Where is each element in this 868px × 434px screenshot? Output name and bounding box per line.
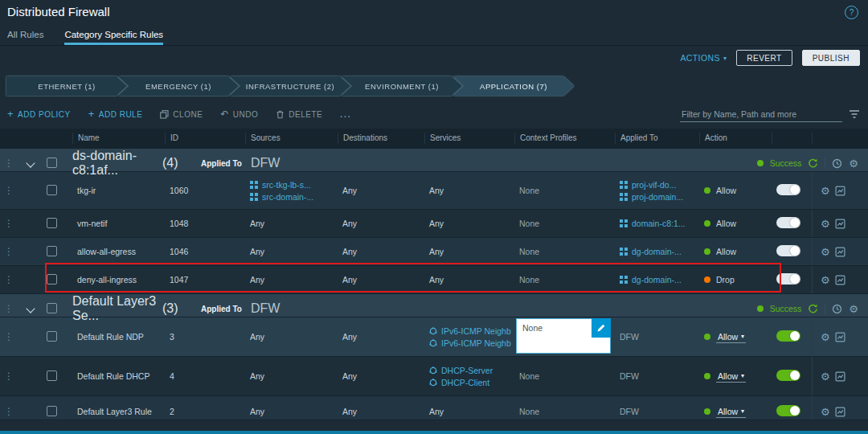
clone-button[interactable]: CLONE	[160, 110, 203, 119]
service-link[interactable]: DHCP-Server	[441, 366, 493, 375]
gear-icon[interactable]: ⚙	[821, 186, 830, 196]
row-menu-icon[interactable]: ⋮	[0, 246, 18, 257]
applied-link[interactable]: proj-vif-do...	[632, 180, 676, 190]
actions-dropdown[interactable]: ACTIONS ▾	[680, 53, 727, 63]
applied-link[interactable]: proj-domain...	[632, 192, 683, 202]
category-tab-environment[interactable]: ENVIRONMENT (1)	[342, 76, 462, 96]
action-dropdown[interactable]: Allow ▾	[716, 331, 746, 343]
row-menu-icon[interactable]: ⋮	[0, 303, 18, 314]
row-checkbox[interactable]	[47, 185, 57, 195]
tab-all-rules[interactable]: All Rules	[7, 30, 43, 45]
rule-toggle[interactable]	[776, 217, 800, 228]
row-menu-icon[interactable]: ⋮	[0, 218, 18, 229]
graph-icon[interactable]	[835, 219, 845, 229]
help-icon[interactable]: ?	[845, 6, 858, 19]
row-menu-icon[interactable]: ⋮	[0, 158, 18, 169]
column-header-context-profiles[interactable]: Context Profiles	[514, 133, 615, 144]
refresh-icon[interactable]	[808, 304, 818, 314]
source-link[interactable]: src-tkg-lb-s...	[262, 180, 311, 190]
gear-icon[interactable]: ⚙	[849, 304, 858, 314]
add-policy-button[interactable]: + ADD POLICY	[7, 110, 71, 119]
add-rule-button[interactable]: + ADD RULE	[88, 110, 143, 119]
column-header-id[interactable]: ID	[165, 133, 245, 144]
applied-link[interactable]: domain-c8:1...	[632, 219, 686, 228]
rule-row[interactable]: ⋮ tkg-ir 1060 src-tkg-lb-s... src-domain…	[0, 172, 868, 210]
publish-button[interactable]: PUBLISH	[802, 50, 860, 66]
source-link[interactable]: src-domain-...	[262, 192, 313, 202]
gear-icon[interactable]: ⚙	[849, 158, 858, 169]
rule-toggle[interactable]	[776, 370, 800, 381]
rule-toggle[interactable]	[776, 405, 800, 416]
sources-cell: Any	[245, 332, 338, 342]
gear-icon[interactable]: ⚙	[821, 275, 830, 285]
service-link[interactable]: DHCP-Client	[441, 378, 489, 387]
row-menu-icon[interactable]: ⋮	[0, 274, 18, 285]
row-checkbox[interactable]	[47, 274, 57, 285]
filter-icon[interactable]	[849, 109, 860, 119]
graph-icon[interactable]	[835, 332, 845, 342]
revert-button[interactable]: REVERT	[736, 50, 792, 66]
gear-icon[interactable]: ⚙	[821, 247, 830, 257]
row-checkbox[interactable]	[47, 246, 57, 256]
row-checkbox[interactable]	[47, 331, 57, 342]
row-checkbox[interactable]	[47, 406, 57, 416]
category-tab-infrastructure[interactable]: INFRASTRUCTURE (2)	[230, 76, 350, 96]
rule-toggle[interactable]	[776, 245, 800, 256]
category-tab-application[interactable]: APPLICATION (7)	[453, 76, 574, 96]
row-menu-icon[interactable]: ⋮	[0, 185, 18, 196]
service-link[interactable]: IPv6-ICMP Neighb	[441, 338, 511, 348]
rule-row[interactable]: ⋮ Default Rule DHCP 4 Any Any DHCP-Serve…	[0, 357, 868, 396]
row-menu-icon[interactable]: ⋮	[0, 331, 18, 342]
applied-to-value[interactable]: DFW	[251, 301, 280, 316]
edit-pencil-button[interactable]	[592, 318, 611, 338]
rule-row[interactable]: ⋮ deny-all-ingress 1047 Any Any Any None…	[0, 266, 868, 294]
undo-button[interactable]: ↶ UNDO	[220, 110, 258, 119]
more-actions-button[interactable]: ...	[340, 110, 351, 119]
graph-icon[interactable]	[835, 186, 845, 196]
category-tab-emergency[interactable]: EMERGENCY (1)	[118, 76, 239, 96]
refresh-icon[interactable]	[808, 158, 818, 169]
clock-icon[interactable]	[832, 304, 842, 314]
action-dropdown[interactable]: Allow ▾	[716, 371, 746, 383]
column-header-services[interactable]: Services	[424, 133, 514, 144]
graph-icon[interactable]	[835, 275, 845, 285]
delete-button[interactable]: DELETE	[276, 110, 322, 119]
graph-icon[interactable]	[835, 371, 845, 382]
gear-icon[interactable]: ⚙	[821, 407, 830, 417]
column-header-name[interactable]: Name	[72, 133, 165, 144]
policy-row[interactable]: ⋮ ds-domain-c8:1af... (4) Applied To DFW…	[0, 149, 868, 172]
applied-to-value[interactable]: DFW	[251, 156, 280, 170]
action-dropdown[interactable]: Allow ▾	[716, 406, 746, 418]
filter-input[interactable]	[680, 107, 842, 122]
rule-row[interactable]: ⋮ Default Rule NDP 3 Any Any IPv6-ICMP N…	[0, 317, 868, 357]
policy-row[interactable]: ⋮ Default Layer3 Se... (3) Applied To DF…	[0, 294, 868, 317]
row-checkbox[interactable]	[47, 218, 57, 228]
applied-link[interactable]: dg-domain-...	[632, 275, 682, 285]
row-checkbox[interactable]	[47, 158, 57, 168]
column-header-applied-to[interactable]: Applied To	[615, 133, 699, 144]
column-header-destinations[interactable]: Destinations	[338, 133, 424, 144]
row-checkbox[interactable]	[47, 371, 57, 381]
rule-toggle[interactable]	[776, 184, 800, 195]
row-menu-icon[interactable]: ⋮	[0, 371, 18, 382]
rule-toggle[interactable]	[776, 330, 800, 342]
tab-category-specific-rules[interactable]: Category Specific Rules	[64, 30, 163, 45]
category-tab-ethernet[interactable]: ETHERNET (1)	[6, 76, 127, 96]
gear-icon[interactable]: ⚙	[821, 332, 830, 342]
column-header-sources[interactable]: Sources	[245, 133, 338, 144]
column-header-action[interactable]: Action	[699, 133, 772, 144]
collapse-icon[interactable]	[26, 304, 35, 313]
clock-icon[interactable]	[832, 158, 842, 169]
collapse-icon[interactable]	[26, 158, 35, 167]
rule-row[interactable]: ⋮ vm-netif 1048 Any Any Any None domain-…	[0, 210, 868, 238]
graph-icon[interactable]	[835, 247, 845, 257]
gear-icon[interactable]: ⚙	[821, 219, 830, 229]
graph-icon[interactable]	[835, 407, 845, 417]
gear-icon[interactable]: ⚙	[821, 371, 830, 382]
service-link[interactable]: IPv6-ICMP Neighb	[441, 326, 511, 336]
applied-link[interactable]: dg-domain-...	[632, 247, 682, 256]
rule-toggle[interactable]	[776, 273, 800, 285]
row-menu-icon[interactable]: ⋮	[0, 406, 18, 417]
row-checkbox[interactable]	[47, 303, 57, 313]
rule-row[interactable]: ⋮ allow-all-egress 1046 Any Any Any None…	[0, 238, 868, 266]
